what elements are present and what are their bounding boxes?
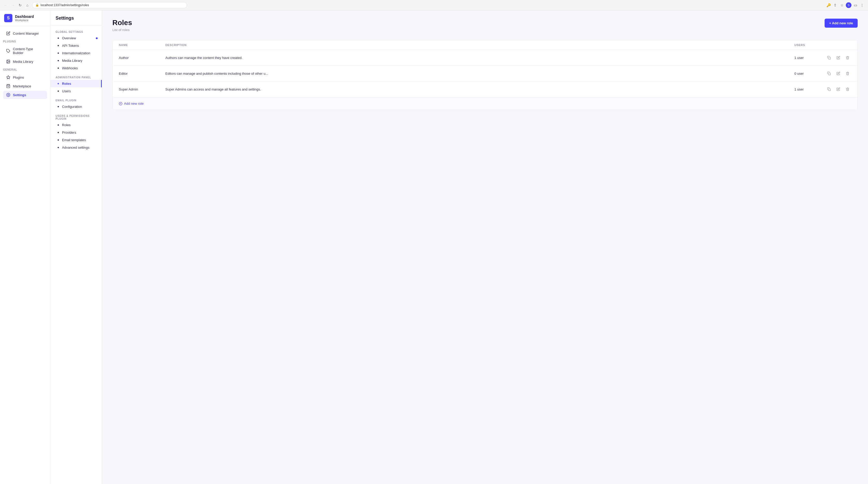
settings-nav-api-tokens[interactable]: API Tokens [51,42,102,49]
lock-icon: 🔒 [35,3,39,7]
settings-group-up: USERS & PERMISSIONS PLUGIN Roles Provide… [51,112,102,151]
sidebar-label-content-type-builder: Content-Type Builder [13,47,44,55]
share-icon[interactable]: ⇧ [832,2,838,8]
browser-chrome: ← → ↻ ⌂ 🔒 localhost:1337/admin/settings/… [0,0,868,10]
page-title: Roles [113,19,132,27]
up-plugin-label: USERS & PERMISSIONS PLUGIN [51,112,102,121]
add-role-label: Add new role [124,102,144,106]
duplicate-editor-button[interactable] [826,70,833,77]
address-bar[interactable]: 🔒 localhost:1337/admin/settings/roles [32,2,187,8]
col-users-header: USERS [795,44,826,47]
settings-label-users: Users [62,89,71,93]
forward-button[interactable]: → [10,3,16,8]
sidebar-label-settings: Settings [13,93,26,97]
settings-nav-providers[interactable]: Providers [51,129,102,136]
role-actions-super-admin [826,86,851,93]
logo-text: Dashboard Workplace [15,15,34,22]
duplicate-super-admin-button[interactable] [826,86,833,93]
settings-nav-overview[interactable]: Overview [51,34,102,42]
settings-sidebar: Settings GLOBAL SETTINGS Overview API To… [51,10,102,484]
sidebar-label-plugins: Plugins [13,76,24,79]
svg-rect-5 [829,57,831,59]
left-sidebar: S Dashboard Workplace Content Manager PL… [0,10,51,484]
delete-author-button[interactable] [844,54,851,61]
cast-icon[interactable]: ▭ [852,2,858,8]
role-name-author: Author [119,56,165,60]
global-settings-label: GLOBAL SETTINGS [51,28,102,34]
images-icon [6,59,10,64]
duplicate-author-button[interactable] [826,54,833,61]
col-name-header: NAME [119,44,165,47]
dot-icon [58,90,59,92]
url-text: localhost:1337/admin/settings/roles [40,3,89,7]
sidebar-item-content-manager[interactable]: Content Manager [3,29,47,37]
admin-panel-label: ADMINISTRATION PANEL [51,74,102,80]
key-icon[interactable]: 🔑 [826,2,831,8]
edit-editor-button[interactable] [835,70,842,77]
pencil-icon [6,31,10,35]
settings-nav-media-library[interactable]: Media Library [51,57,102,64]
table-header: NAME DESCRIPTION USERS [113,40,858,50]
roles-table: NAME DESCRIPTION USERS Author Authors ca… [113,40,858,110]
settings-nav-roles[interactable]: Roles [51,80,102,87]
sidebar-item-media-library[interactable]: Media Library [3,57,47,66]
sidebar-item-content-type-builder[interactable]: Content-Type Builder [3,45,47,57]
delete-editor-button[interactable] [844,70,851,77]
sidebar-nav: Content Manager PLUGINS Content-Type Bui… [0,26,50,99]
page-subtitle: List of roles [113,28,132,32]
sidebar-item-settings[interactable]: Settings [3,91,47,99]
dot-icon [58,67,59,69]
app: S Dashboard Workplace Content Manager PL… [0,10,868,484]
plugins-section-label: PLUGINS [3,40,47,43]
settings-nav-up-roles[interactable]: Roles [51,121,102,129]
main-content: Roles List of roles + Add new role NAME … [102,10,868,484]
svg-point-2 [7,61,8,61]
settings-nav-configuration[interactable]: Configuration [51,103,102,110]
star-icon[interactable]: ☆ [839,2,845,8]
notif-dot [96,37,98,39]
delete-super-admin-button[interactable] [844,86,851,93]
sidebar-item-plugins[interactable]: Plugins [3,73,47,81]
role-name-editor: Editor [119,72,165,76]
settings-nav-internationalization[interactable]: Internationalization [51,49,102,57]
settings-nav-webhooks[interactable]: Webhooks [51,64,102,72]
settings-label-webhooks: Webhooks [62,66,78,70]
sidebar-item-marketplace[interactable]: Marketplace [3,82,47,90]
profile-icon[interactable]: S [846,2,851,8]
dot-icon [58,106,59,107]
role-users-super-admin: 1 user [795,87,826,91]
gear-icon [6,93,10,97]
more-icon[interactable]: ⋮ [859,2,865,8]
sidebar-logo: S Dashboard Workplace [0,10,50,26]
dot-icon [58,53,59,54]
refresh-button[interactable]: ↻ [18,3,23,8]
svg-rect-6 [829,73,831,75]
logo-title: Dashboard [15,15,34,19]
settings-nav-users[interactable]: Users [51,87,102,95]
settings-label-roles: Roles [62,82,71,86]
settings-nav-email-templates[interactable]: Email templates [51,136,102,144]
role-actions-author [826,54,851,61]
home-button[interactable]: ⌂ [25,3,30,8]
sidebar-label-media-library: Media Library [13,60,33,64]
settings-label-advanced-settings: Advanced settings [62,146,89,149]
settings-title: Settings [51,16,102,25]
settings-nav-advanced-settings[interactable]: Advanced settings [51,144,102,151]
settings-label-providers: Providers [62,131,76,135]
add-new-role-button[interactable]: + Add new role [825,19,858,28]
settings-label-configuration: Configuration [62,105,82,109]
add-role-row: Add new role [113,97,858,110]
sidebar-label-content-manager: Content Manager [13,32,39,35]
general-section-label: GENERAL [3,68,47,71]
back-button[interactable]: ← [3,3,8,8]
role-desc-super-admin: Super Admins can access and manage all f… [165,87,795,91]
settings-label-api-tokens: API Tokens [62,44,79,48]
add-role-inline-button[interactable]: Add new role [119,102,144,106]
role-users-editor: 0 user [795,72,826,76]
dot-icon [58,147,59,148]
edit-author-button[interactable] [835,54,842,61]
edit-super-admin-button[interactable] [835,86,842,93]
settings-label-up-roles: Roles [62,123,70,127]
role-name-super-admin: Super Admin [119,87,165,91]
logo-icon: S [4,14,12,22]
